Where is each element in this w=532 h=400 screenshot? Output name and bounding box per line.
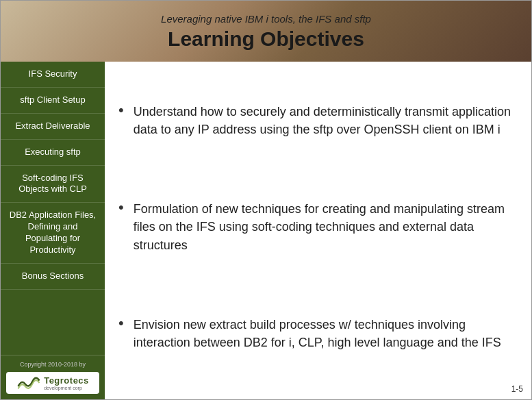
sidebar-item-sftp-client[interactable]: sftp Client Setup [1,88,105,114]
sidebar-footer: Copyright 2010-2018 by Tegrotecs develop… [1,355,105,399]
logo-text-area: Tegrotecs development corp [44,375,89,390]
logo-name: Tegrotecs [44,375,89,386]
header: Leveraging native IBM i tools, the IFS a… [1,1,531,62]
bullet-dot-3: • [118,314,124,332]
bullet-text-3: Envision new extract build processes w/ … [134,316,511,351]
header-title: Learning Objectives [14,27,518,51]
bullet-item-1: • Understand how to securely and determi… [118,103,511,138]
logo-area: Tegrotecs development corp [6,372,99,394]
content-area: IFS Security sftp Client Setup Extract D… [1,62,531,399]
sidebar-item-extract[interactable]: Extract Deliverable [1,114,105,140]
sidebar-nav: IFS Security sftp Client Setup Extract D… [1,62,105,355]
sidebar-item-db2[interactable]: DB2 Application Files, Defining and Popu… [1,203,105,264]
slide-number: 1-5 [511,384,523,394]
bullet-dot-2: • [118,199,124,216]
sidebar-item-softcoding[interactable]: Soft-coding IFS Objects with CLP [1,166,105,203]
main-content: • Understand how to securely and determi… [105,62,531,399]
bullet-text-1: Understand how to securely and determini… [134,103,511,138]
sidebar-item-bonus[interactable]: Bonus Sections [1,264,105,290]
copyright-text: Copyright 2010-2018 by [6,361,99,368]
bullet-dot-1: • [118,101,124,119]
header-subtitle: Leveraging native IBM i tools, the IFS a… [14,13,518,25]
sidebar-item-executing[interactable]: Executing sftp [1,140,105,166]
bullet-item-2: • Formulation of new techniques for crea… [118,200,511,253]
logo-wave-icon [16,375,41,391]
logo-sub: development corp [44,386,82,390]
slide: Leveraging native IBM i tools, the IFS a… [0,0,532,400]
bullet-item-3: • Envision new extract build processes w… [118,316,511,351]
sidebar: IFS Security sftp Client Setup Extract D… [1,62,105,399]
bullet-text-2: Formulation of new techniques for creati… [134,200,511,253]
sidebar-item-ifs-security[interactable]: IFS Security [1,62,105,88]
